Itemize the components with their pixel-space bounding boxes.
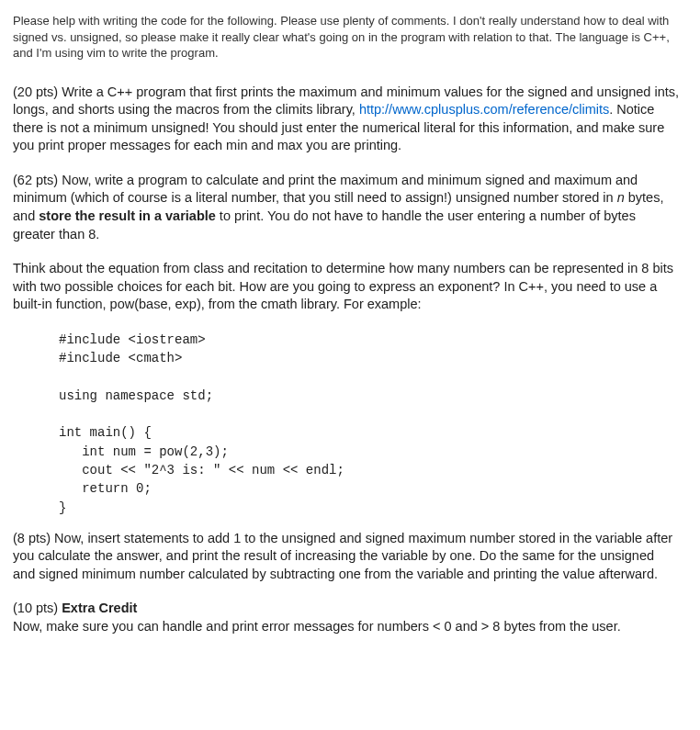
part5-a: (10 pts): [13, 601, 62, 615]
part4-section: (8 pts) Now, insert statements to add 1 …: [13, 530, 680, 584]
part5-section: (10 pts) Extra Credit Now, make sure you…: [13, 600, 680, 635]
part5-b: Now, make sure you can handle and print …: [13, 619, 621, 634]
part1-section: (20 pts) Write a C++ program that first …: [13, 84, 680, 155]
intro-request: Please help with writing the code for th…: [13, 13, 680, 62]
part3-section: Think about the equation from class and …: [13, 260, 680, 314]
part2-bold: store the result in a variable: [39, 208, 216, 223]
climits-link[interactable]: http://www.cplusplus.com/reference/climi…: [359, 102, 609, 117]
part2-section: (62 pts) Now, write a program to calcula…: [13, 172, 680, 243]
part2-n: n: [617, 190, 625, 205]
part5-bold: Extra Credit: [62, 601, 137, 615]
part2-a: (62 pts) Now, write a program to calcula…: [13, 173, 638, 206]
code-example: #include <iostream> #include <cmath> usi…: [59, 331, 680, 517]
